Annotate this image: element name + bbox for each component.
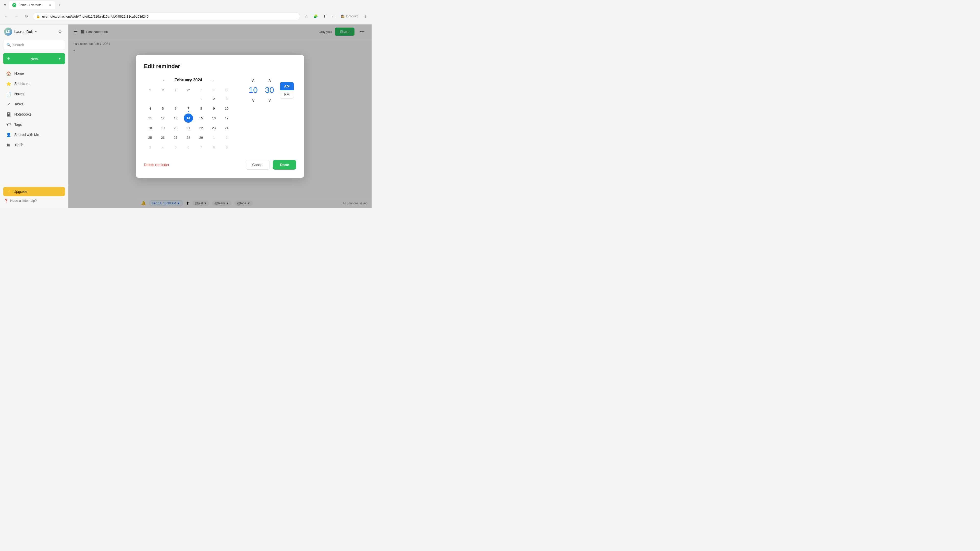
pm-btn[interactable]: PM (280, 90, 294, 98)
day-header-s1: S (144, 87, 157, 93)
sidebar-item-notebooks[interactable]: 📓 Notebooks (2, 109, 66, 119)
calendar-day[interactable]: 11 (145, 114, 155, 123)
incognito-badge: 🕵 Incognito (339, 14, 360, 19)
browser-tab[interactable]: E Home - Evernote ✕ (9, 1, 55, 9)
search-label: Search (13, 43, 24, 47)
calendar-day[interactable]: 29 (197, 133, 206, 142)
hour-up-btn[interactable]: ∧ (250, 77, 257, 83)
browser-tabs: ▼ E Home - Evernote ✕ + (0, 0, 372, 10)
calendar-day[interactable]: 1 (197, 94, 206, 103)
calendar-day[interactable]: 16 (209, 114, 218, 123)
cancel-btn[interactable]: Cancel (246, 160, 270, 170)
sidebar-item-trash-label: Trash (14, 143, 23, 147)
lock-icon: 🔒 (36, 14, 40, 18)
sidebar-item-trash[interactable]: 🗑 Trash (2, 140, 66, 150)
main-content: ☰ 📓 First Notebook Only you Share ••• La… (68, 24, 372, 208)
toolbar-actions: ☆ 🧩 ⬇ ▭ 🕵 Incognito ⋮ (302, 12, 369, 21)
calendar-day[interactable]: 5 (158, 104, 167, 113)
calendar-day[interactable]: 28 (184, 133, 193, 142)
day-header-s2: S (220, 87, 233, 93)
calendar-day[interactable]: 7 (184, 104, 193, 113)
calendar-day[interactable]: 10 (222, 104, 231, 113)
user-profile[interactable]: LD Lauren Deli ▼ (4, 27, 37, 36)
incognito-icon: 🕵 (341, 14, 345, 18)
calendar-day[interactable]: 26 (158, 133, 167, 142)
shared-icon: 👤 (6, 132, 11, 137)
calendar-day: 6 (184, 143, 193, 152)
upgrade-button[interactable]: ⚡ Upgrade (3, 187, 65, 196)
calendar-day[interactable]: 24 (222, 123, 231, 132)
calendar-day[interactable]: 27 (171, 133, 180, 142)
help-label: Need a little help? (10, 199, 37, 203)
next-month-btn[interactable]: → (208, 77, 216, 83)
browser-toolbar: ← → ↻ 🔒 evernote.com/client/web#/note/f1… (0, 10, 372, 22)
calendar-day[interactable]: 14 (184, 114, 193, 123)
calendar-day[interactable]: 22 (197, 123, 206, 132)
calendar-day[interactable]: 13 (171, 114, 180, 123)
done-btn[interactable]: Done (273, 160, 296, 170)
calendar-day[interactable]: 12 (158, 114, 167, 123)
calendar-day: 4 (158, 143, 167, 152)
calendar-day (158, 94, 167, 103)
sidebar-item-tasks[interactable]: ✓ Tasks (2, 99, 66, 109)
forward-btn[interactable]: → (12, 12, 21, 21)
shortcuts-icon: ⭐ (6, 81, 11, 86)
time-picker: ∧ 10 ∨ ∧ 30 ∨ AM (247, 77, 294, 103)
minute-up-btn[interactable]: ∧ (266, 77, 273, 83)
back-btn[interactable]: ← (2, 12, 10, 21)
hour-down-btn[interactable]: ∨ (250, 97, 257, 103)
bookmark-btn[interactable]: ☆ (302, 12, 310, 21)
calendar-day[interactable]: 9 (209, 104, 218, 113)
sidebar-item-notes[interactable]: 📄 Notes (2, 89, 66, 99)
sidebar-header: LD Lauren Deli ▼ ⚙ (0, 24, 68, 39)
calendar-day[interactable]: 4 (145, 104, 155, 113)
minute-value: 30 (263, 86, 275, 95)
address-bar[interactable]: 🔒 evernote.com/client/web#/note/f11f216a… (33, 12, 300, 21)
download-btn[interactable]: ⬇ (321, 12, 329, 21)
settings-btn[interactable]: ⚙ (56, 27, 64, 36)
sidebar-item-shortcuts[interactable]: ⭐ Shortcuts (2, 79, 66, 89)
calendar-day[interactable]: 17 (222, 114, 231, 123)
home-icon: 🏠 (6, 71, 11, 76)
calendar-day[interactable]: 2 (209, 94, 218, 103)
extensions-btn[interactable]: 🧩 (311, 12, 320, 21)
menu-btn[interactable]: ⋮ (361, 12, 369, 21)
search-bar[interactable]: 🔍 Search (3, 40, 65, 50)
calendar-day (145, 94, 155, 103)
calendar-day[interactable]: 6 (171, 104, 180, 113)
search-icon: 🔍 (6, 43, 11, 47)
tab-close-btn[interactable]: ✕ (48, 3, 52, 7)
user-name: Lauren Deli (14, 30, 33, 34)
new-tab-btn[interactable]: + (56, 2, 63, 9)
calendar-day[interactable]: 8 (197, 104, 206, 113)
sidebar-item-shared[interactable]: 👤 Shared with Me (2, 130, 66, 140)
calendar-day[interactable]: 20 (171, 123, 180, 132)
reload-btn[interactable]: ↻ (22, 12, 30, 21)
calendar-days: 1234567891011121314151617181920212223242… (144, 94, 233, 152)
am-btn[interactable]: AM (280, 82, 294, 90)
calendar-day[interactable]: 19 (158, 123, 167, 132)
sidebar-footer: ⚡ Upgrade ❓ Need a little help? (0, 184, 68, 208)
sidebar-item-tags[interactable]: 🏷 Tags (2, 119, 66, 130)
screenshot-btn[interactable]: ▭ (330, 12, 338, 21)
sidebar-item-home[interactable]: 🏠 Home (2, 68, 66, 79)
calendar-day[interactable]: 23 (209, 123, 218, 132)
notes-icon: 📄 (6, 91, 11, 97)
calendar-day: 1 (209, 133, 218, 142)
calendar-day[interactable]: 15 (197, 114, 206, 123)
delete-reminder-btn[interactable]: Delete reminder (144, 161, 169, 169)
calendar-day[interactable]: 18 (145, 123, 155, 132)
help-link[interactable]: ❓ Need a little help? (3, 196, 65, 205)
calendar-day[interactable]: 3 (222, 94, 231, 103)
calendar-section: ← February 2024 → S M T W T F (144, 77, 233, 152)
prev-month-btn[interactable]: ← (160, 77, 169, 83)
day-header-m: M (157, 87, 169, 93)
minute-down-btn[interactable]: ∨ (266, 97, 273, 103)
tab-back-btn[interactable]: ▼ (2, 2, 8, 8)
sidebar-item-shortcuts-label: Shortcuts (14, 82, 29, 86)
sidebar: LD Lauren Deli ▼ ⚙ 🔍 Search + New ▼ 🏠 Ho… (0, 24, 68, 208)
new-button[interactable]: + New ▼ (3, 53, 65, 64)
calendar-day[interactable]: 21 (184, 123, 193, 132)
ampm-toggle: AM PM (280, 82, 294, 99)
calendar-day[interactable]: 25 (145, 133, 155, 142)
